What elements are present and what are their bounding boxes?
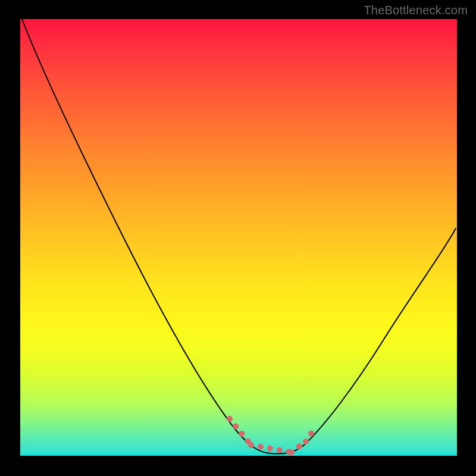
curve-path	[22, 19, 456, 454]
svg-line-1	[251, 445, 292, 452]
chart-area	[20, 19, 457, 456]
highlight-dots	[230, 419, 313, 452]
watermark-text: TheBottleneck.com	[364, 4, 468, 17]
svg-line-0	[230, 419, 251, 445]
chart-svg	[20, 19, 457, 456]
